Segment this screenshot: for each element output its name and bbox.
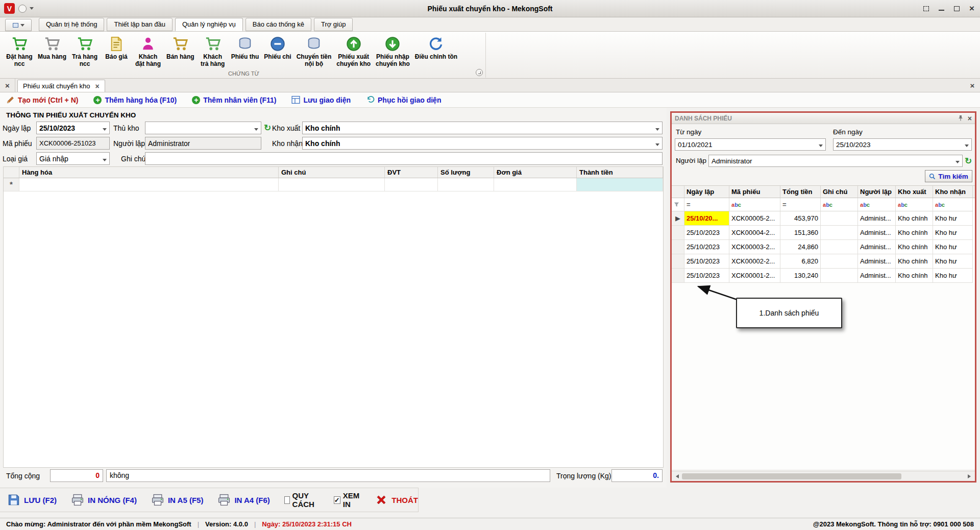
menu-tab-quan-ly-nghiep-vu[interactable]: Quản lý nghiệp vụ bbox=[175, 18, 243, 31]
loai-gia-combo[interactable]: Giá nhập bbox=[36, 152, 110, 165]
checkbox-checked[interactable]: ✓ bbox=[334, 496, 340, 504]
quick-access-button[interactable] bbox=[18, 5, 27, 13]
ribbon-item-chuyen-tien-noi-bo[interactable]: Chuyển tiền nội bộ bbox=[296, 34, 333, 68]
chevron-down-icon[interactable] bbox=[254, 128, 258, 133]
ribbon-item-phieu-chi[interactable]: Phiếu chi bbox=[263, 34, 292, 61]
ribbon-item-khach-dat-hang[interactable]: Khách đặt hàng bbox=[134, 34, 162, 68]
ribbon-item-mua-hang[interactable]: Mua hàng bbox=[37, 34, 67, 61]
filter-row[interactable]: = abc = abc abc abc abc bbox=[672, 198, 975, 211]
thu-kho-combo[interactable] bbox=[145, 122, 261, 134]
ngay-lap-input[interactable]: 25/10/2023 bbox=[36, 122, 110, 134]
column-header-ghi-chu[interactable]: Ghi chú bbox=[821, 186, 858, 198]
chevron-down-icon[interactable] bbox=[655, 143, 659, 148]
column-header-hang-hoa[interactable]: Hàng hóa bbox=[19, 167, 279, 178]
refresh-icon[interactable]: ↻ bbox=[264, 122, 271, 134]
table-row[interactable]: 25/10/2023 XCK00003-2... 24,860 Administ… bbox=[672, 240, 975, 254]
checkbox-unchecked[interactable] bbox=[284, 496, 290, 504]
document-tab-phieu-xuat-chuyen-kho[interactable]: Phiếu xuất chuyển kho × bbox=[17, 80, 105, 92]
restore-layout-button[interactable]: Phục hồi giao diện bbox=[366, 95, 441, 104]
kho-nhan-combo[interactable]: Kho chính bbox=[302, 137, 663, 150]
maximize-button[interactable] bbox=[952, 5, 961, 12]
menu-tab-quan-tri-he-thong[interactable]: Quản trị hệ thống bbox=[39, 18, 104, 31]
scroll-left-button[interactable] bbox=[672, 471, 681, 481]
print-a4-button[interactable]: IN A4 (F6) bbox=[217, 494, 270, 506]
column-header-nguoi-lap[interactable]: Người lập bbox=[858, 186, 896, 198]
filter-abc-icon[interactable]: abc bbox=[821, 198, 858, 211]
column-header-dvt[interactable]: ĐVT bbox=[385, 167, 438, 178]
exit-button[interactable]: THOÁT bbox=[375, 494, 418, 506]
filter-abc-icon[interactable]: abc bbox=[933, 198, 973, 211]
add-item-button[interactable]: + Thêm hàng hóa (F10) bbox=[93, 96, 177, 104]
close-all-tabs-button[interactable]: × bbox=[965, 79, 980, 92]
column-header-kho-nhan[interactable]: Kho nhận bbox=[933, 186, 973, 198]
new-row[interactable]: * bbox=[4, 178, 663, 191]
close-tab-button[interactable]: × bbox=[0, 79, 15, 92]
create-new-button[interactable]: Tạo mới (Ctrl + N) bbox=[6, 95, 78, 104]
chevron-down-icon[interactable] bbox=[30, 7, 34, 12]
save-layout-button[interactable]: Lưu giao diện bbox=[291, 95, 351, 104]
add-employee-button[interactable]: + Thêm nhân viên (F11) bbox=[192, 96, 276, 104]
chevron-down-icon[interactable] bbox=[819, 144, 823, 149]
ribbon-item-ban-hang[interactable]: Bán hàng bbox=[165, 34, 195, 61]
ribbon-group-launcher-button[interactable] bbox=[476, 69, 483, 76]
chevron-down-icon[interactable] bbox=[955, 161, 960, 165]
ribbon-item-dieu-chinh-ton[interactable]: Điều chỉnh tồn bbox=[414, 34, 458, 61]
print-hot-button[interactable]: IN NÓNG (F4) bbox=[71, 494, 137, 506]
close-icon[interactable]: × bbox=[95, 82, 100, 90]
horizontal-scrollbar[interactable] bbox=[672, 471, 975, 481]
close-icon[interactable]: × bbox=[968, 114, 972, 123]
menu-tab-thiet-lap-ban-dau[interactable]: Thiết lập ban đầu bbox=[107, 18, 172, 31]
chevron-down-icon[interactable] bbox=[103, 159, 107, 163]
minimize-button[interactable] bbox=[937, 5, 945, 12]
ribbon-item-dat-hang-ncc[interactable]: Đặt hàng ncc bbox=[5, 34, 34, 68]
app-menu-button[interactable] bbox=[5, 19, 32, 31]
search-button[interactable]: Tìm kiếm bbox=[925, 170, 972, 182]
scrollbar-thumb[interactable] bbox=[682, 473, 901, 479]
close-button[interactable]: × bbox=[968, 5, 976, 12]
column-header-ma-phieu[interactable]: Mã phiếu bbox=[729, 186, 780, 198]
filter-equals-icon[interactable]: = bbox=[780, 198, 821, 211]
pin-icon[interactable] bbox=[958, 115, 964, 122]
ribbon-item-phieu-thu[interactable]: Phiếu thu bbox=[230, 34, 260, 61]
column-header-ghi-chu[interactable]: Ghi chú bbox=[279, 167, 385, 178]
table-row-selected[interactable]: ▶ 25/10/20... XCK00005-2... 453,970 Admi… bbox=[672, 211, 975, 226]
kho-xuat-combo[interactable]: Kho chính bbox=[302, 122, 663, 134]
menu-tab-tro-giup[interactable]: Trợ giúp bbox=[314, 18, 353, 31]
table-row[interactable]: 25/10/2023 XCK00002-2... 6,820 Administ.… bbox=[672, 254, 975, 269]
column-header-so-luong[interactable]: Số lượng bbox=[438, 167, 494, 178]
filter-abc-icon[interactable]: abc bbox=[896, 198, 933, 211]
chevron-down-icon[interactable] bbox=[103, 128, 107, 133]
column-header-don-gia[interactable]: Đơn giá bbox=[494, 167, 577, 178]
column-header-thanh-tien[interactable]: Thành tiền bbox=[577, 167, 663, 178]
refresh-icon[interactable]: ↻ bbox=[965, 155, 972, 167]
ribbon-item-bao-gia[interactable]: Báo giá bbox=[102, 34, 131, 61]
table-row[interactable]: 25/10/2023 XCK00004-2... 151,360 Adminis… bbox=[672, 226, 975, 240]
scroll-right-button[interactable] bbox=[966, 471, 975, 481]
ribbon-item-phieu-xuat-chuyen-kho[interactable]: Phiếu xuất chuyển kho bbox=[335, 34, 372, 68]
focused-cell[interactable] bbox=[577, 178, 663, 191]
ghi-chu-input[interactable] bbox=[145, 152, 663, 165]
chevron-down-icon[interactable] bbox=[655, 128, 659, 133]
filter-abc-icon[interactable]: abc bbox=[729, 198, 780, 211]
table-row[interactable]: 25/10/2023 XCK00001-2... 130,240 Adminis… bbox=[672, 269, 975, 283]
column-header-ngay-lap[interactable]: Ngày lập bbox=[684, 186, 729, 198]
fullscreen-button[interactable] bbox=[922, 5, 930, 12]
print-a5-button[interactable]: IN A5 (F5) bbox=[151, 494, 203, 506]
nguoi-lap-filter-combo[interactable]: Administrator bbox=[708, 155, 963, 167]
column-header-kho-xuat[interactable]: Kho xuất bbox=[896, 186, 933, 198]
filter-abc-icon[interactable]: abc bbox=[858, 198, 896, 211]
save-button[interactable]: LƯU (F2) bbox=[7, 494, 57, 506]
plus-circle-icon: + bbox=[93, 96, 102, 104]
tu-ngay-input[interactable]: 01/10/2021 bbox=[675, 138, 826, 151]
coins-icon bbox=[236, 35, 254, 53]
ribbon-item-tra-hang-ncc[interactable]: Trả hàng ncc bbox=[70, 34, 99, 68]
column-header-tong-tien[interactable]: Tổng tiền bbox=[780, 186, 821, 198]
xem-in-checkbox[interactable]: ✓ XEM IN bbox=[334, 491, 361, 509]
den-ngay-input[interactable]: 25/10/2023 bbox=[833, 138, 972, 151]
ribbon-item-khach-tra-hang[interactable]: Khách trả hàng bbox=[199, 34, 227, 68]
chevron-down-icon[interactable] bbox=[965, 144, 969, 149]
filter-equals-icon[interactable]: = bbox=[684, 198, 729, 211]
quy-cach-checkbox[interactable]: QUY CÁCH bbox=[284, 491, 320, 509]
menu-tab-bao-cao-thong-ke[interactable]: Báo cáo thống kê bbox=[246, 18, 311, 31]
ribbon-item-phieu-nhap-chuyen-kho[interactable]: Phiếu nhập chuyển kho bbox=[375, 34, 411, 68]
